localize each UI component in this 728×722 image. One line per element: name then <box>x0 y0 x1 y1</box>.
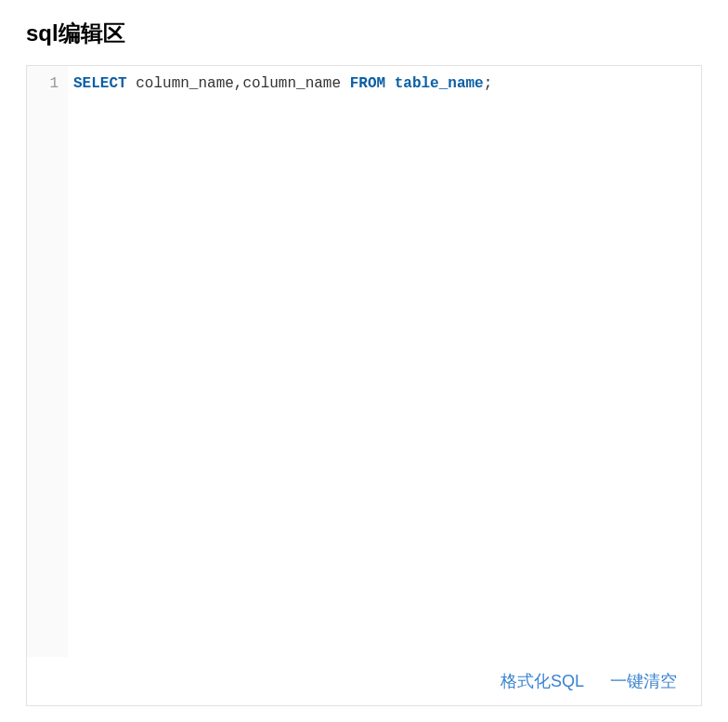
line-number: 1 <box>27 72 68 95</box>
token-ident: column_name <box>242 75 341 92</box>
clear-button[interactable]: 一键清空 <box>610 670 677 692</box>
token-keyword: SELECT <box>73 75 127 92</box>
format-sql-button[interactable]: 格式化SQL <box>500 670 584 692</box>
token-punct: , <box>234 75 243 92</box>
token-ident: column_name <box>136 75 234 92</box>
page-title: sql编辑区 <box>26 19 702 48</box>
sql-editor-container: 1 SELECT column_name,column_name FROM ta… <box>26 65 702 706</box>
code-editor[interactable]: SELECT column_name,column_name FROM tabl… <box>68 66 701 657</box>
token-punct: ; <box>484 75 493 92</box>
code-line: SELECT column_name,column_name FROM tabl… <box>73 72 701 95</box>
code-area: 1 SELECT column_name,column_name FROM ta… <box>27 66 701 657</box>
token-keyword: FROM <box>350 75 385 92</box>
token-keyword: table_name <box>395 75 484 92</box>
gutter: 1 <box>27 66 68 657</box>
button-bar: 格式化SQL 一键清空 <box>27 657 701 705</box>
